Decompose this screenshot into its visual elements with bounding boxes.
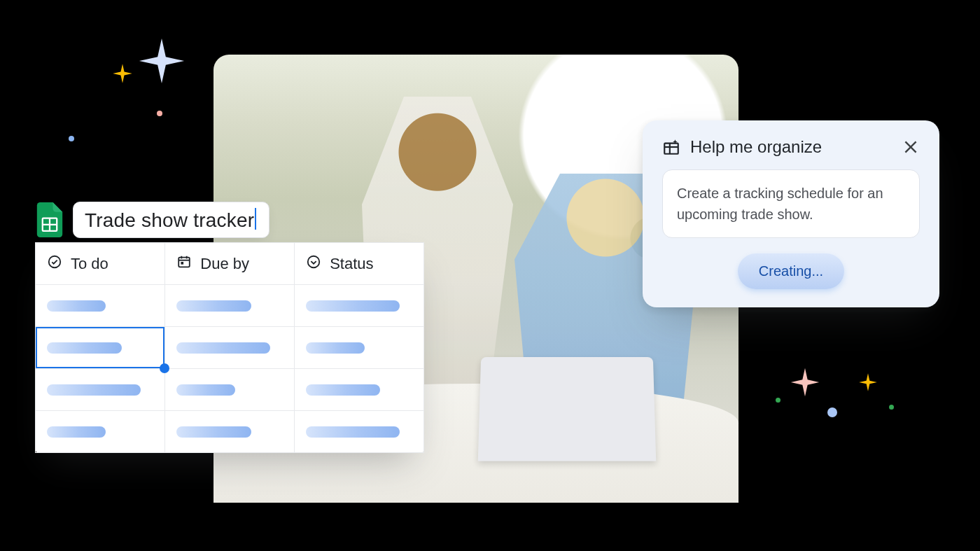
help-me-organize-panel: Help me organize Create a tracking sched…	[643, 120, 939, 307]
sheets-app-icon	[36, 202, 63, 237]
laptop-prop	[478, 357, 656, 461]
sparkle-icon	[137, 36, 186, 85]
panel-title: Help me organize	[690, 137, 892, 157]
table-row	[36, 369, 424, 411]
table-cell[interactable]	[295, 411, 424, 453]
placeholder-bar	[176, 426, 251, 438]
table-cell[interactable]	[165, 285, 295, 327]
table-cell[interactable]	[36, 285, 165, 327]
svg-rect-8	[181, 262, 184, 265]
table-row	[36, 285, 424, 327]
table-sparkle-icon	[662, 138, 680, 156]
column-label: Due by	[200, 255, 249, 273]
placeholder-bar	[306, 342, 365, 354]
spreadsheet-table[interactable]: To do Due by S	[35, 242, 424, 453]
placeholder-bar	[47, 426, 106, 438]
column-header-todo[interactable]: To do	[36, 243, 165, 285]
placeholder-bar	[306, 300, 400, 312]
column-label: To do	[71, 255, 108, 273]
dot-decoration	[157, 111, 162, 116]
placeholder-bar	[306, 384, 380, 396]
table-row	[36, 411, 424, 453]
placeholder-bar	[306, 426, 400, 438]
table-cell[interactable]	[295, 327, 424, 369]
document-title-input[interactable]: Trade show tracker	[73, 202, 270, 238]
sparkle-icon	[112, 63, 133, 84]
column-header-dueby[interactable]: Due by	[165, 243, 295, 285]
placeholder-bar	[176, 300, 251, 312]
placeholder-bar	[47, 384, 141, 396]
placeholder-bar	[47, 300, 106, 312]
table-row	[36, 327, 424, 369]
create-button[interactable]: Creating...	[738, 253, 844, 289]
svg-rect-4	[179, 257, 190, 267]
table-cell[interactable]	[36, 369, 165, 411]
dot-decoration	[889, 405, 894, 410]
calendar-icon	[176, 254, 192, 274]
document-title-text: Trade show tracker	[85, 209, 254, 231]
check-circle-icon	[47, 254, 62, 274]
table-cell[interactable]	[165, 369, 295, 411]
chevron-circle-icon	[306, 254, 321, 274]
placeholder-bar	[176, 384, 234, 396]
placeholder-bar	[176, 342, 270, 354]
dot-decoration	[776, 398, 780, 403]
svg-rect-10	[664, 144, 678, 154]
svg-point-3	[49, 256, 61, 267]
column-label: Status	[330, 255, 373, 273]
table-header-row: To do Due by S	[36, 243, 424, 285]
prompt-text: Create a tracking schedule for an upcomi…	[677, 186, 883, 222]
sparkle-icon	[790, 367, 820, 398]
dot-decoration	[827, 407, 837, 417]
table-cell[interactable]	[295, 369, 424, 411]
prompt-input[interactable]: Create a tracking schedule for an upcomi…	[662, 169, 920, 238]
table-cell[interactable]	[165, 327, 295, 369]
table-cell[interactable]	[36, 411, 165, 453]
placeholder-bar	[47, 342, 122, 354]
close-icon[interactable]	[902, 138, 920, 156]
create-button-label: Creating...	[759, 263, 823, 279]
text-caret	[255, 208, 256, 230]
table-cell[interactable]	[165, 411, 295, 453]
column-header-status[interactable]: Status	[295, 243, 424, 285]
table-cell[interactable]	[295, 285, 424, 327]
dot-decoration	[69, 136, 74, 141]
svg-point-9	[308, 256, 320, 267]
table-cell[interactable]	[36, 327, 165, 369]
sparkle-icon	[858, 372, 878, 392]
